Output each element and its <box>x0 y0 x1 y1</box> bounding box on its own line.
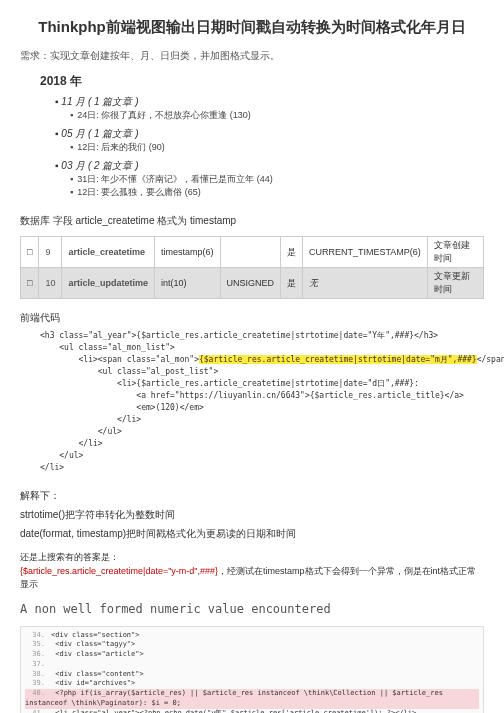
month-block: ▪ 05 月 ( 1 篇文章 )▪12日: 后来的我们 (90) <box>55 127 484 154</box>
year-header: 2018 年 <box>40 73 484 90</box>
requirement-text: 需求：实现文章创建按年、月、日归类，并加图格式显示。 <box>20 49 484 63</box>
front-code-label: 前端代码 <box>20 311 484 325</box>
month-block: ▪ 03 月 ( 2 篇文章 )▪31日: 年少不懂《济南记》，看懂已是而立年 … <box>55 159 484 199</box>
explain-header: 解释下： <box>20 489 484 503</box>
db-fields-table: □9 article_createtime timestamp(6) 是CURR… <box>20 236 484 299</box>
post-item: ▪12日: 要么孤独，要么庸俗 (65) <box>70 186 484 199</box>
explain-line: date(format, timestamp)把时间戳格式化为更易读的日期和时间 <box>20 527 484 541</box>
page-title: Thinkphp前端视图输出日期时间戳自动转换为时间格式化年月日 <box>20 18 484 37</box>
post-item: ▪31日: 年少不懂《济南记》，看懂已是而立年 (44) <box>70 173 484 186</box>
error-title: A non well formed numeric value encounte… <box>20 602 484 616</box>
month-block: ▪ 11 月 ( 1 篇文章 )▪24日: 你很了真好，不想放弃心你重逢 (13… <box>55 95 484 122</box>
db-note: 数据库 字段 article_createtime 格式为 timestamp <box>20 214 484 228</box>
post-item: ▪24日: 你很了真好，不想放弃心你重逢 (130) <box>70 109 484 122</box>
explain-line: strtotime()把字符串转化为整数时间 <box>20 508 484 522</box>
error-trace: 34.<div class="section">35. <div class="… <box>20 626 484 714</box>
post-item: ▪12日: 后来的我们 (90) <box>70 141 484 154</box>
result-note: 还是上搜索有的答案是： {$article_res.article_create… <box>20 551 484 592</box>
code-block-main: <h3 class="al_year">{$article_res.articl… <box>40 330 484 474</box>
